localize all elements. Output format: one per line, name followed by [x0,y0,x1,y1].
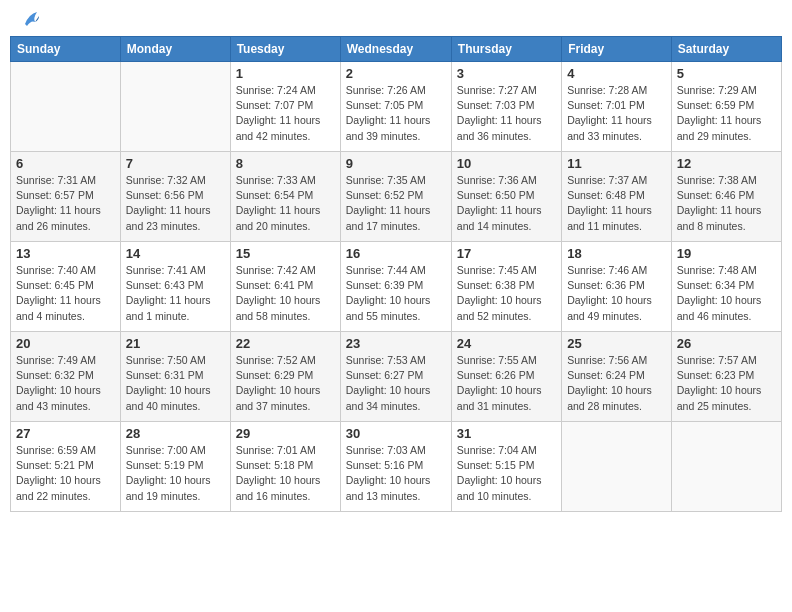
day-info: Sunrise: 7:26 AM Sunset: 7:05 PM Dayligh… [346,83,446,144]
day-number: 1 [236,66,335,81]
day-number: 3 [457,66,556,81]
day-number: 15 [236,246,335,261]
day-number: 24 [457,336,556,351]
day-info: Sunrise: 7:03 AM Sunset: 5:16 PM Dayligh… [346,443,446,504]
day-info: Sunrise: 7:52 AM Sunset: 6:29 PM Dayligh… [236,353,335,414]
calendar-week-row: 20Sunrise: 7:49 AM Sunset: 6:32 PM Dayli… [11,332,782,422]
calendar-week-row: 1Sunrise: 7:24 AM Sunset: 7:07 PM Daylig… [11,62,782,152]
day-number: 16 [346,246,446,261]
calendar-week-row: 13Sunrise: 7:40 AM Sunset: 6:45 PM Dayli… [11,242,782,332]
day-number: 28 [126,426,225,441]
day-number: 27 [16,426,115,441]
calendar-cell: 3Sunrise: 7:27 AM Sunset: 7:03 PM Daylig… [451,62,561,152]
day-number: 21 [126,336,225,351]
day-number: 11 [567,156,666,171]
calendar-cell: 1Sunrise: 7:24 AM Sunset: 7:07 PM Daylig… [230,62,340,152]
calendar-cell: 12Sunrise: 7:38 AM Sunset: 6:46 PM Dayli… [671,152,781,242]
day-info: Sunrise: 7:04 AM Sunset: 5:15 PM Dayligh… [457,443,556,504]
calendar-cell: 2Sunrise: 7:26 AM Sunset: 7:05 PM Daylig… [340,62,451,152]
day-info: Sunrise: 7:01 AM Sunset: 5:18 PM Dayligh… [236,443,335,504]
calendar-cell: 23Sunrise: 7:53 AM Sunset: 6:27 PM Dayli… [340,332,451,422]
calendar-cell: 28Sunrise: 7:00 AM Sunset: 5:19 PM Dayli… [120,422,230,512]
calendar-cell: 31Sunrise: 7:04 AM Sunset: 5:15 PM Dayli… [451,422,561,512]
day-number: 23 [346,336,446,351]
day-number: 20 [16,336,115,351]
day-number: 18 [567,246,666,261]
calendar-cell: 29Sunrise: 7:01 AM Sunset: 5:18 PM Dayli… [230,422,340,512]
day-info: Sunrise: 7:57 AM Sunset: 6:23 PM Dayligh… [677,353,776,414]
day-info: Sunrise: 6:59 AM Sunset: 5:21 PM Dayligh… [16,443,115,504]
day-number: 26 [677,336,776,351]
calendar-cell: 19Sunrise: 7:48 AM Sunset: 6:34 PM Dayli… [671,242,781,332]
calendar-cell: 8Sunrise: 7:33 AM Sunset: 6:54 PM Daylig… [230,152,340,242]
day-info: Sunrise: 7:40 AM Sunset: 6:45 PM Dayligh… [16,263,115,324]
day-number: 8 [236,156,335,171]
day-number: 19 [677,246,776,261]
day-info: Sunrise: 7:56 AM Sunset: 6:24 PM Dayligh… [567,353,666,414]
day-info: Sunrise: 7:29 AM Sunset: 6:59 PM Dayligh… [677,83,776,144]
day-info: Sunrise: 7:44 AM Sunset: 6:39 PM Dayligh… [346,263,446,324]
calendar-cell: 27Sunrise: 6:59 AM Sunset: 5:21 PM Dayli… [11,422,121,512]
logo-bird-icon [17,10,39,32]
calendar-cell: 24Sunrise: 7:55 AM Sunset: 6:26 PM Dayli… [451,332,561,422]
day-info: Sunrise: 7:32 AM Sunset: 6:56 PM Dayligh… [126,173,225,234]
day-info: Sunrise: 7:45 AM Sunset: 6:38 PM Dayligh… [457,263,556,324]
day-info: Sunrise: 7:33 AM Sunset: 6:54 PM Dayligh… [236,173,335,234]
weekday-header-thursday: Thursday [451,37,561,62]
calendar-cell: 25Sunrise: 7:56 AM Sunset: 6:24 PM Dayli… [562,332,672,422]
calendar-cell: 15Sunrise: 7:42 AM Sunset: 6:41 PM Dayli… [230,242,340,332]
day-number: 5 [677,66,776,81]
calendar-cell: 17Sunrise: 7:45 AM Sunset: 6:38 PM Dayli… [451,242,561,332]
day-info: Sunrise: 7:46 AM Sunset: 6:36 PM Dayligh… [567,263,666,324]
calendar-cell [11,62,121,152]
calendar-cell: 9Sunrise: 7:35 AM Sunset: 6:52 PM Daylig… [340,152,451,242]
day-number: 4 [567,66,666,81]
calendar-cell [562,422,672,512]
day-info: Sunrise: 7:49 AM Sunset: 6:32 PM Dayligh… [16,353,115,414]
day-info: Sunrise: 7:35 AM Sunset: 6:52 PM Dayligh… [346,173,446,234]
calendar-cell: 26Sunrise: 7:57 AM Sunset: 6:23 PM Dayli… [671,332,781,422]
day-number: 22 [236,336,335,351]
day-info: Sunrise: 7:55 AM Sunset: 6:26 PM Dayligh… [457,353,556,414]
calendar-cell: 5Sunrise: 7:29 AM Sunset: 6:59 PM Daylig… [671,62,781,152]
calendar-cell: 10Sunrise: 7:36 AM Sunset: 6:50 PM Dayli… [451,152,561,242]
day-number: 17 [457,246,556,261]
day-info: Sunrise: 7:36 AM Sunset: 6:50 PM Dayligh… [457,173,556,234]
day-info: Sunrise: 7:00 AM Sunset: 5:19 PM Dayligh… [126,443,225,504]
calendar-cell: 16Sunrise: 7:44 AM Sunset: 6:39 PM Dayli… [340,242,451,332]
page-header [10,10,782,28]
calendar-cell: 22Sunrise: 7:52 AM Sunset: 6:29 PM Dayli… [230,332,340,422]
day-number: 25 [567,336,666,351]
day-number: 9 [346,156,446,171]
day-number: 30 [346,426,446,441]
calendar-table: SundayMondayTuesdayWednesdayThursdayFrid… [10,36,782,512]
calendar-week-row: 27Sunrise: 6:59 AM Sunset: 5:21 PM Dayli… [11,422,782,512]
day-info: Sunrise: 7:41 AM Sunset: 6:43 PM Dayligh… [126,263,225,324]
calendar-header-row: SundayMondayTuesdayWednesdayThursdayFrid… [11,37,782,62]
day-number: 12 [677,156,776,171]
day-info: Sunrise: 7:31 AM Sunset: 6:57 PM Dayligh… [16,173,115,234]
day-info: Sunrise: 7:38 AM Sunset: 6:46 PM Dayligh… [677,173,776,234]
day-info: Sunrise: 7:24 AM Sunset: 7:07 PM Dayligh… [236,83,335,144]
calendar-cell: 11Sunrise: 7:37 AM Sunset: 6:48 PM Dayli… [562,152,672,242]
calendar-cell: 21Sunrise: 7:50 AM Sunset: 6:31 PM Dayli… [120,332,230,422]
day-info: Sunrise: 7:50 AM Sunset: 6:31 PM Dayligh… [126,353,225,414]
day-info: Sunrise: 7:27 AM Sunset: 7:03 PM Dayligh… [457,83,556,144]
day-info: Sunrise: 7:28 AM Sunset: 7:01 PM Dayligh… [567,83,666,144]
day-number: 2 [346,66,446,81]
day-info: Sunrise: 7:53 AM Sunset: 6:27 PM Dayligh… [346,353,446,414]
calendar-cell: 14Sunrise: 7:41 AM Sunset: 6:43 PM Dayli… [120,242,230,332]
day-number: 10 [457,156,556,171]
calendar-cell: 4Sunrise: 7:28 AM Sunset: 7:01 PM Daylig… [562,62,672,152]
calendar-cell: 30Sunrise: 7:03 AM Sunset: 5:16 PM Dayli… [340,422,451,512]
weekday-header-friday: Friday [562,37,672,62]
day-number: 6 [16,156,115,171]
day-number: 13 [16,246,115,261]
calendar-week-row: 6Sunrise: 7:31 AM Sunset: 6:57 PM Daylig… [11,152,782,242]
weekday-header-monday: Monday [120,37,230,62]
day-info: Sunrise: 7:42 AM Sunset: 6:41 PM Dayligh… [236,263,335,324]
calendar-cell: 7Sunrise: 7:32 AM Sunset: 6:56 PM Daylig… [120,152,230,242]
calendar-cell: 13Sunrise: 7:40 AM Sunset: 6:45 PM Dayli… [11,242,121,332]
calendar-cell: 18Sunrise: 7:46 AM Sunset: 6:36 PM Dayli… [562,242,672,332]
day-number: 31 [457,426,556,441]
